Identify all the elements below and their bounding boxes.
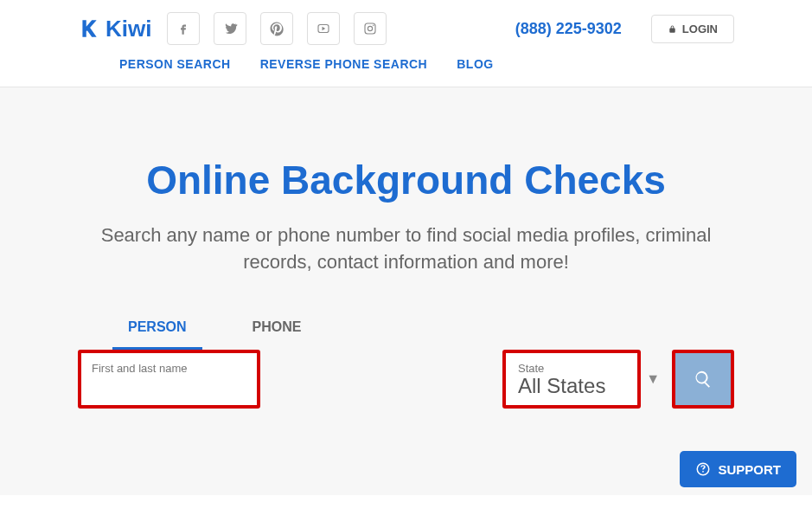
svg-point-2 [368,26,373,30]
state-select[interactable]: State All States ▼ [502,350,641,409]
brand-name: Kiwi [105,16,151,42]
main-nav: PERSON SEARCH REVERSE PHONE SEARCH BLOG [0,57,812,87]
youtube-icon[interactable] [307,12,340,45]
lock-icon [668,24,677,34]
search-icon [694,370,713,389]
tab-phone[interactable]: PHONE [237,311,317,350]
login-label: LOGIN [682,23,718,35]
state-select-label: State [518,362,544,375]
login-button[interactable]: LOGIN [651,15,734,43]
svg-point-3 [373,25,374,27]
section-reasons-title: Reasons To Run A Background Check With A… [0,495,812,515]
help-icon [695,461,711,477]
state-select-value: All States [518,374,605,398]
nav-reverse-phone-search[interactable]: REVERSE PHONE SEARCH [260,57,428,71]
brand-logo[interactable]: Kiwi [78,16,151,42]
support-button[interactable]: SUPPORT [680,451,796,487]
tab-person[interactable]: PERSON [112,311,202,350]
page-subtitle: Search any name or phone number to find … [95,222,718,276]
nav-blog[interactable]: BLOG [457,57,493,71]
facebook-icon[interactable] [167,12,200,45]
search-button[interactable] [672,350,734,409]
pinterest-icon[interactable] [260,12,293,45]
nav-person-search[interactable]: PERSON SEARCH [119,57,231,71]
instagram-icon[interactable] [354,12,387,45]
kiwi-logo-icon [78,17,100,40]
phone-number[interactable]: (888) 225-9302 [515,20,622,38]
twitter-icon[interactable] [214,12,246,45]
name-input[interactable] [78,350,260,409]
support-label: SUPPORT [718,462,781,477]
page-title: Online Background Checks [0,157,812,203]
chevron-down-icon: ▼ [646,371,660,387]
